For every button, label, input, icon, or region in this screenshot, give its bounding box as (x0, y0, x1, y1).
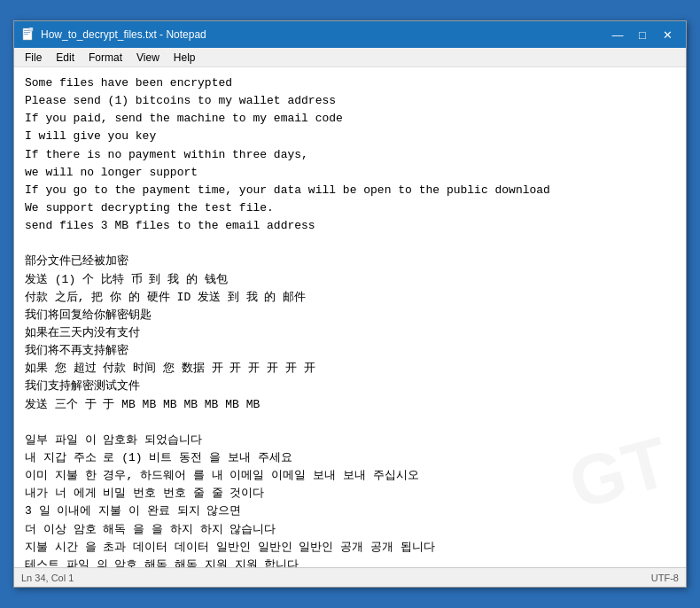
menu-file[interactable]: File (18, 50, 49, 66)
menu-edit[interactable]: Edit (49, 50, 82, 66)
text-editor[interactable]: Some files have been encryptedPlease sen… (14, 67, 686, 567)
window-title: How_to_decrypt_files.txt - Notepad (41, 28, 606, 41)
menu-format[interactable]: Format (82, 50, 129, 66)
svg-rect-4 (29, 27, 33, 31)
svg-rect-2 (24, 32, 30, 33)
app-icon (21, 27, 35, 42)
menu-help[interactable]: Help (167, 50, 203, 66)
menu-bar: File Edit Format View Help (14, 48, 686, 67)
svg-rect-3 (24, 34, 28, 35)
close-button[interactable]: ✕ (656, 26, 679, 43)
title-bar: How_to_decrypt_files.txt - Notepad — □ ✕ (14, 21, 686, 48)
notepad-window: How_to_decrypt_files.txt - Notepad — □ ✕… (13, 20, 687, 588)
status-text: Ln 34, Col 1 (21, 573, 74, 583)
window-controls: — □ ✕ (606, 26, 679, 43)
content-area: Some files have been encryptedPlease sen… (14, 67, 686, 567)
menu-view[interactable]: View (129, 50, 167, 66)
minimize-button[interactable]: — (606, 26, 629, 43)
maximize-button[interactable]: □ (631, 26, 654, 43)
encoding-text: UTF-8 (651, 573, 679, 583)
status-bar: Ln 34, Col 1 UTF-8 (14, 567, 686, 587)
